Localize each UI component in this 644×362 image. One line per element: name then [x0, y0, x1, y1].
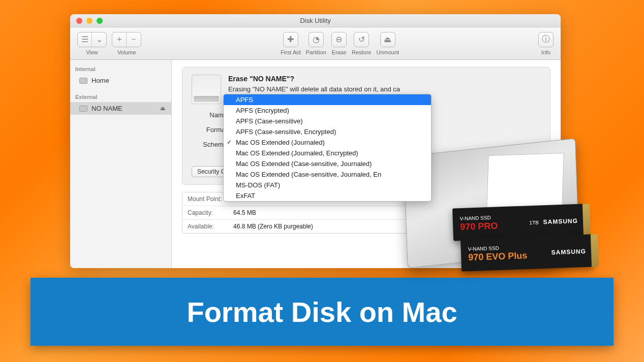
partition-icon: ◔: [309, 32, 323, 47]
sidebar-header-external: External: [70, 92, 171, 102]
partition-button[interactable]: ◔Partition: [306, 32, 326, 55]
erase-title: Erase "NO NAME"?: [228, 75, 400, 83]
sidebar-item-home[interactable]: Home: [70, 74, 171, 87]
volume-label: Volume: [117, 49, 136, 55]
toolbar: ☰⌄ View ＋－ Volume ✚First Aid ◔Partition …: [70, 27, 561, 60]
format-option-exfat[interactable]: ExFAT: [224, 190, 431, 201]
eject-icon[interactable]: ⏏: [160, 105, 165, 112]
hdd-icon: [192, 75, 221, 104]
sidebar-header-internal: Internal: [70, 64, 171, 74]
disk-icon: [79, 106, 87, 112]
format-option-apfs-encrypted[interactable]: APFS (Encrypted): [224, 105, 431, 116]
volume-add-icon: ＋: [112, 32, 127, 47]
info-icon: ⓘ: [539, 32, 553, 47]
format-option-macos-journaled-enc[interactable]: Mac OS Extended (Journaled, Encrypted): [224, 148, 431, 158]
sidebar-item-label: NO NAME: [91, 105, 122, 112]
format-dropdown[interactable]: APFS APFS (Encrypted) APFS (Case-sensiti…: [223, 94, 432, 202]
erase-icon: ⊖: [332, 32, 346, 47]
erase-description: Erasing "NO NAME" will delete all data s…: [228, 85, 400, 94]
banner-text: Format Disk on Mac: [187, 295, 457, 328]
sidebar-icon: ☰: [78, 32, 92, 47]
volume-segment[interactable]: ＋－ Volume: [112, 32, 141, 55]
window-title: Disk Utility: [70, 17, 561, 24]
format-option-apfs[interactable]: APFS: [224, 94, 431, 105]
nvme-970-evo-plus-image: V-NAND SSD970 EVO Plus SAMSUNG: [461, 234, 594, 271]
title-banner: Format Disk on Mac: [30, 278, 614, 346]
view-label: View: [86, 49, 98, 55]
restore-icon: ↺: [354, 32, 369, 47]
info-button[interactable]: ⓘInfo: [538, 32, 554, 55]
format-option-macos-journaled[interactable]: Mac OS Extended (Journaled): [224, 137, 431, 148]
format-option-apfs-case[interactable]: APFS (Case-sensitive): [224, 116, 431, 126]
restore-button[interactable]: ↺Restore: [352, 32, 372, 55]
sidebar: Internal Home External NO NAME ⏏: [70, 60, 172, 268]
sidebar-item-no-name[interactable]: NO NAME ⏏: [70, 102, 171, 115]
first-aid-icon: ✚: [284, 32, 298, 47]
scheme-field-label: Scheme: [192, 141, 227, 148]
unmount-icon: ⏏: [381, 32, 395, 47]
erase-button[interactable]: ⊖Erase: [331, 32, 347, 55]
first-aid-button[interactable]: ✚First Aid: [281, 32, 301, 55]
name-field-label: Name: [192, 111, 227, 119]
chevron-down-icon: ⌄: [92, 32, 106, 47]
view-segment[interactable]: ☰⌄ View: [77, 32, 107, 55]
disk-icon: [79, 78, 87, 84]
format-field-label: Format: [192, 126, 227, 134]
format-option-apfs-case-enc[interactable]: APFS (Case-sensitive, Encrypted): [224, 126, 431, 137]
titlebar: Disk Utility: [70, 14, 561, 27]
format-option-macos-case-journaled[interactable]: Mac OS Extended (Case-sensitive, Journal…: [224, 158, 431, 169]
format-option-msdos-fat[interactable]: MS-DOS (FAT): [224, 180, 431, 190]
format-option-macos-case-journaled-enc[interactable]: Mac OS Extended (Case-sensitive, Journal…: [224, 169, 431, 180]
unmount-button[interactable]: ⏏Unmount: [377, 32, 400, 55]
sidebar-item-label: Home: [91, 77, 109, 84]
volume-remove-icon: －: [127, 32, 141, 47]
